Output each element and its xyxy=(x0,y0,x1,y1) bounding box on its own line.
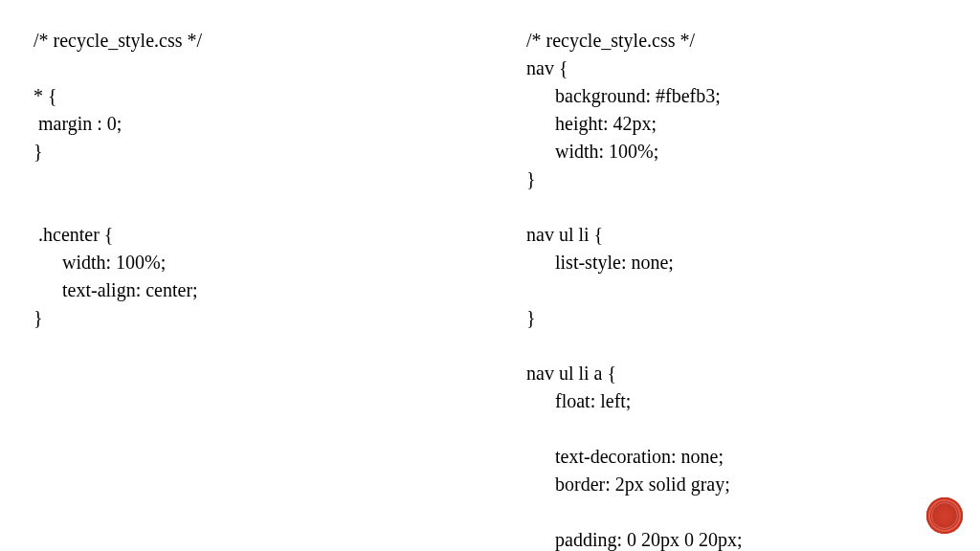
code-line: text-align: center; xyxy=(33,276,445,304)
code-line: } xyxy=(33,304,445,332)
code-line: nav { xyxy=(526,55,938,82)
code-line: list-style: none; xyxy=(526,249,938,276)
code-line: .hcenter { xyxy=(33,221,445,249)
code-line: padding: 0 20px 0 20px; xyxy=(526,526,938,551)
code-line: margin : 0; xyxy=(33,110,445,138)
code-line: background: #fbefb3; xyxy=(526,82,938,110)
code-line: nav ul li { xyxy=(526,221,938,249)
code-line: width: 100%; xyxy=(33,249,445,276)
code-line: float: left; xyxy=(526,387,938,415)
blank-line xyxy=(526,332,938,360)
blank-line xyxy=(526,498,938,526)
blank-line xyxy=(33,55,445,82)
code-line: } xyxy=(33,138,445,165)
code-line: border: 2px solid gray; xyxy=(526,471,938,498)
left-column: /* recycle_style.css */ * { margin : 0; … xyxy=(33,27,445,332)
code-line: /* recycle_style.css */ xyxy=(526,27,938,55)
slide-badge-icon xyxy=(926,497,963,534)
right-column: /* recycle_style.css */ nav { background… xyxy=(526,27,938,551)
blank-line xyxy=(526,276,938,304)
code-line: text-decoration: none; xyxy=(526,443,938,471)
code-line: } xyxy=(526,165,938,193)
blank-line xyxy=(526,415,938,443)
blank-line xyxy=(526,193,938,221)
code-line: * { xyxy=(33,82,445,110)
code-line: nav ul li a { xyxy=(526,360,938,387)
blank-line xyxy=(33,193,445,221)
code-line: /* recycle_style.css */ xyxy=(33,27,445,55)
code-line: width: 100%; xyxy=(526,138,938,165)
slide: /* recycle_style.css */ * { margin : 0; … xyxy=(0,0,980,551)
blank-line xyxy=(33,165,445,193)
code-line: } xyxy=(526,304,938,332)
code-line: height: 42px; xyxy=(526,110,938,138)
